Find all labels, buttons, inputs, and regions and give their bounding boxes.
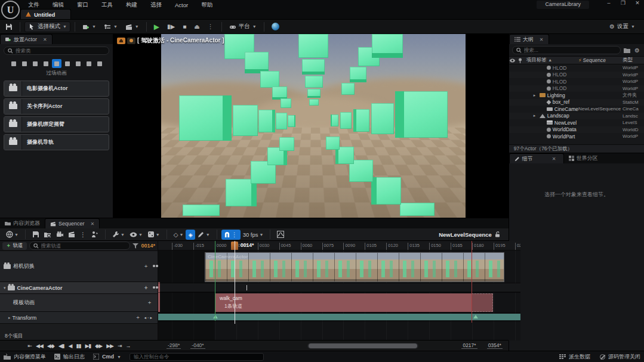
outliner-search[interactable]	[512, 46, 621, 54]
menu-item[interactable]: Actor	[170, 1, 193, 9]
edit-mode-dropdown[interactable]: ▼	[195, 230, 212, 240]
snap-toggle[interactable]: ⋮	[221, 230, 241, 240]
outliner-row[interactable]: box_ref StaticM	[509, 99, 644, 106]
menu-item[interactable]: 编辑	[47, 1, 69, 10]
console-input[interactable]	[134, 354, 260, 360]
category-button[interactable]	[20, 59, 29, 68]
placeable-actor-item[interactable]: 摄像机导轨	[4, 134, 109, 150]
visibility-column-icon[interactable]	[509, 58, 518, 63]
render-movie-button[interactable]	[66, 230, 78, 240]
placeable-actor-item[interactable]: 关卡序列Actor	[4, 98, 109, 115]
transport-button[interactable]: ▮▮	[76, 343, 81, 349]
transport-button[interactable]: ▶▶	[106, 343, 113, 349]
track-template-animation[interactable]: 模板动画 ＋	[0, 294, 158, 312]
playhead-line[interactable]	[235, 241, 235, 324]
eject-button[interactable]: ⏏︎	[191, 21, 202, 32]
auto-key-toggle[interactable]: ◈	[186, 230, 195, 240]
stop-piloting-button[interactable]	[117, 38, 125, 44]
cmd-dropdown[interactable]: Cmd▼	[93, 354, 121, 360]
outliner-row[interactable]: HLOD WorldP	[509, 78, 644, 85]
level-viewport[interactable]: [ 驾驶激活 - CineCameraActor ]	[113, 34, 509, 218]
current-frame-field[interactable]: 0014*	[141, 243, 155, 249]
outliner-row[interactable]: ▸ Lighting 文件夹	[509, 92, 644, 99]
category-button[interactable]	[52, 59, 61, 68]
snap-options-icon[interactable]: ⋮	[232, 231, 238, 238]
close-tab-icon[interactable]: ✕	[540, 37, 544, 42]
working-range-start[interactable]: -040*	[190, 342, 205, 349]
filter-icon[interactable]	[133, 243, 138, 249]
save-button[interactable]	[2, 21, 16, 32]
category-button[interactable]	[73, 59, 83, 68]
maximize-button[interactable]: ❐	[619, 0, 627, 6]
transport-button[interactable]: ▶▮	[85, 343, 91, 349]
minimize-button[interactable]: –	[605, 0, 613, 6]
search-input[interactable]	[16, 48, 105, 54]
camera-view-toggle[interactable]	[127, 38, 135, 44]
menu-item[interactable]: 构建	[121, 1, 143, 10]
transport-button[interactable]: ⇤	[27, 343, 32, 349]
camera-cuts-filmstrip[interactable]: CineCameraActor	[205, 252, 504, 282]
walk-cam-clip[interactable]: walk_cam 1条轨道	[215, 293, 472, 312]
tab-outliner[interactable]: 大纲 ✕	[509, 34, 549, 44]
blueprints-dropdown[interactable]: ▼	[101, 21, 121, 32]
curve-editor-button[interactable]	[275, 230, 286, 240]
world-dropdown[interactable]: ▼	[4, 230, 21, 240]
place-actors-search[interactable]	[4, 47, 109, 55]
tab-world-partition[interactable]: 世界分区	[564, 153, 603, 163]
time-ruler[interactable]: -030-01500000015003000450060007500900105…	[158, 241, 520, 250]
transport-button[interactable]: ◀▮	[58, 343, 64, 349]
camera-cuts-sections-bar[interactable]	[158, 283, 520, 292]
transport-button[interactable]: ◀◆	[47, 343, 54, 349]
web-browser-button[interactable]	[269, 21, 282, 32]
outliner-search-input[interactable]	[524, 47, 617, 53]
transport-button[interactable]: ◀◀	[36, 343, 43, 349]
placeable-actor-item[interactable]: 摄像机绑定摇臂	[4, 116, 109, 132]
close-tab-icon[interactable]: ✕	[91, 221, 95, 227]
category-button[interactable]	[41, 59, 51, 68]
category-button[interactable]	[84, 59, 94, 68]
view-range-end[interactable]: 0354*	[487, 342, 503, 349]
derived-data-button[interactable]: 派生数据	[559, 353, 590, 361]
level-tab-untitled[interactable]: Untitled	[20, 9, 71, 19]
menu-item[interactable]: 工具	[96, 1, 118, 10]
frame-skip-button[interactable]: ▮▶	[164, 21, 178, 32]
expand-arrow-icon[interactable]: ▾	[4, 286, 6, 290]
category-button[interactable]	[95, 59, 104, 68]
settings-dropdown[interactable]: ⚙ 设置▼	[606, 21, 638, 32]
track-search-input[interactable]	[41, 243, 127, 249]
platforms-dropdown[interactable]: 平台▼	[226, 21, 260, 32]
category-button[interactable]	[63, 59, 72, 68]
render-options-button[interactable]: ⋮	[78, 230, 89, 240]
tab-details[interactable]: 细节 ✕	[509, 153, 564, 163]
sequence-column-header[interactable]: ⚡Sequence	[578, 57, 623, 63]
tab-content-browser[interactable]: 内容浏览器	[0, 218, 45, 228]
new-folder-icon[interactable]	[623, 47, 631, 54]
stop-button[interactable]: ■	[180, 21, 189, 32]
placeable-actor-item[interactable]: 电影摄像机Actor	[4, 81, 109, 97]
sequencer-settings-dropdown[interactable]: ▼	[110, 230, 127, 240]
outliner-settings-icon[interactable]: ⚙	[633, 47, 641, 54]
menu-item[interactable]: 窗口	[72, 1, 94, 10]
type-column-header[interactable]: 类型	[623, 57, 644, 64]
playback-options-dropdown[interactable]: ▼	[145, 230, 162, 240]
menu-item[interactable]: 选择	[145, 1, 167, 10]
add-track-button[interactable]: ＋轨道	[2, 242, 27, 250]
expand-arrow-icon[interactable]: ▸	[8, 315, 11, 320]
category-button[interactable]	[30, 59, 40, 68]
menu-item[interactable]: 文件	[23, 1, 45, 10]
tab-place-actors[interactable]: 放置Actor ✕	[0, 34, 53, 44]
track-camera-cuts[interactable]: 相机切换 ＋	[0, 251, 158, 282]
select-mode-dropdown[interactable]: 选择模式▼	[24, 21, 70, 32]
outliner-row[interactable]: HLOD WorldP	[509, 72, 644, 79]
play-button[interactable]: ▶	[151, 21, 162, 32]
label-column-header[interactable]: 项目标签 ▲	[526, 57, 578, 64]
close-tab-icon[interactable]: ✕	[43, 37, 47, 42]
menu-item[interactable]: 帮助	[196, 1, 218, 10]
fps-dropdown[interactable]: 30 fps▼	[241, 230, 266, 240]
outliner-row[interactable]: ▸ Landscap Landsc	[509, 113, 644, 120]
view-range-start[interactable]: -298*	[167, 342, 181, 349]
timeline-zoom-scrollbar[interactable]	[307, 343, 418, 349]
browse-sequence-button[interactable]	[42, 230, 54, 240]
outliner-row[interactable]: CineCame NewLevelSequence CineCa	[509, 106, 644, 113]
transport-button[interactable]: →	[126, 343, 131, 349]
